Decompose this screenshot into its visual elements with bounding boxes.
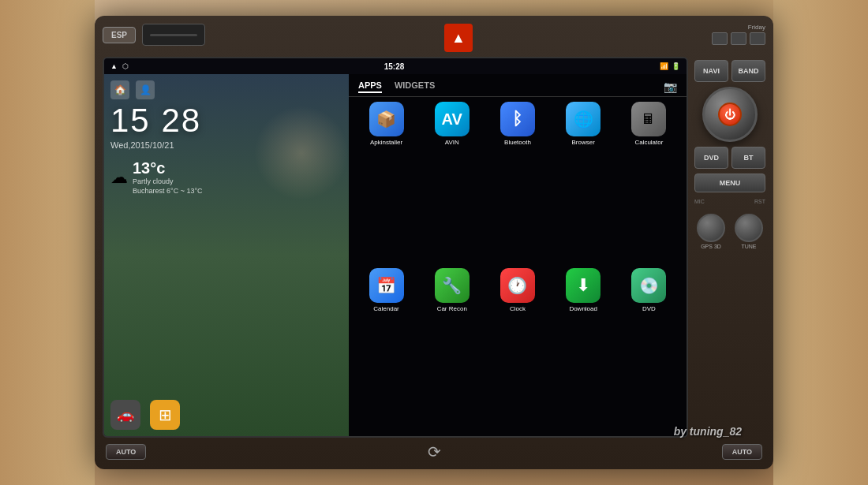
app-grid: 📦 Apkinstaller AV AVIN (349, 97, 687, 436)
app-item-calendar[interactable]: 📅 Calendar (355, 268, 417, 431)
app-item-browser[interactable]: 🌐 Browser (552, 102, 615, 265)
download-icon: ⬇ (566, 268, 600, 303)
tune-knob[interactable] (735, 214, 763, 242)
car-interior: ESP ▲ Friday (0, 0, 868, 485)
small-knobs-row: GPS 3D TUNE (694, 211, 765, 249)
car-right-panel (773, 0, 868, 485)
app-item-apkinstaller[interactable]: 📦 Apkinstaller (355, 102, 417, 265)
weather-description: Partly cloudy Bucharest 6°C ~ 13°C (133, 177, 203, 196)
tab-apps[interactable]: APPS (358, 80, 382, 93)
avin-icon: AV (435, 102, 470, 136)
home-button[interactable]: 🏠 (110, 80, 129, 99)
cd-slot (142, 24, 205, 46)
tune-label: TUNE (741, 244, 756, 249)
bottom-icons-row: 🚗 ⊞ (110, 400, 342, 430)
user-button[interactable]: 👤 (136, 80, 155, 99)
car-left-panel (0, 0, 95, 485)
tab-group: APPS WIDGETS (358, 80, 435, 93)
carrecon-label: Car Recon (437, 305, 467, 313)
home-row: 🏠 👤 (110, 80, 342, 99)
status-time: 15:28 (384, 62, 405, 71)
esp-button[interactable]: ESP (103, 27, 136, 43)
navi-band-buttons: NAVI BAND (694, 60, 765, 82)
signal-icon: ▲ (110, 62, 118, 70)
grid-icon-btn[interactable]: ⊞ (150, 400, 180, 430)
main-knob-container: ⏻ (694, 87, 765, 142)
mic-rst-row: MIC RST (694, 197, 765, 206)
left-weather-panel: 🏠 👤 15 28 Wed,2015/10/21 ☁ 13°c Partly c… (104, 74, 349, 436)
auto-right-button[interactable]: AUTO (722, 444, 762, 460)
dvd-icon: 💿 (631, 268, 666, 303)
gps-knob[interactable] (697, 214, 725, 242)
app-item-dvd[interactable]: 💿 DVD (618, 268, 680, 431)
dvd-label: DVD (642, 305, 656, 313)
app-item-clock[interactable]: 🕐 Clock (486, 268, 548, 431)
screen-content: 🏠 👤 15 28 Wed,2015/10/21 ☁ 13°c Partly c… (104, 74, 687, 436)
app-item-avin[interactable]: AV AVIN (421, 102, 483, 265)
top-btn-3[interactable] (750, 32, 765, 45)
gps-knob-group: GPS 3D (697, 214, 725, 249)
bluetooth-icon: ᛒ (500, 102, 535, 136)
android-screen: ▲ ⬡ 15:28 📶 🔋 🏠 (103, 57, 688, 438)
bt-button[interactable]: BT (731, 147, 765, 169)
bluetooth-status-icon: ⬡ (122, 62, 129, 70)
bluetooth-label: Bluetooth (504, 139, 531, 147)
apkinstaller-label: Apkinstaller (370, 139, 402, 147)
status-bar-left: ▲ ⬡ (110, 62, 129, 70)
center-bottom-icon: ⟳ (428, 442, 441, 461)
steering-icon-btn[interactable]: 🚗 (110, 400, 140, 430)
top-controls: ESP ▲ Friday (103, 24, 765, 52)
browser-label: Browser (572, 139, 595, 147)
calendar-label: Calendar (373, 305, 398, 313)
menu-button-container: MENU (694, 173, 765, 192)
download-label: Download (569, 305, 597, 313)
power-knob[interactable]: ⏻ (718, 103, 742, 126)
top-btn-1[interactable] (712, 32, 728, 45)
top-btn-2[interactable] (731, 32, 746, 45)
cd-slot-line (150, 34, 197, 36)
carrecon-icon: 🔧 (435, 268, 470, 303)
battery-icon: 🔋 (672, 62, 680, 70)
dvd-button[interactable]: DVD (694, 147, 728, 169)
app-item-carrecon[interactable]: 🔧 Car Recon (421, 268, 483, 431)
hazard-icon: ▲ (451, 30, 466, 47)
bg-decoration (254, 106, 349, 200)
dvd-bt-buttons: DVD BT (694, 147, 765, 169)
hazard-button[interactable]: ▲ (444, 24, 473, 52)
calculator-icon: 🖩 (631, 102, 666, 136)
tab-widgets[interactable]: WIDGETS (395, 80, 435, 93)
bottom-row: AUTO ⟳ AUTO (103, 442, 765, 461)
grid-icon: ⊞ (159, 405, 172, 424)
app-item-bluetooth[interactable]: ᛒ Bluetooth (486, 102, 548, 265)
app-tabs: APPS WIDGETS 📷 (349, 74, 687, 97)
clock-icon: 🕐 (500, 268, 535, 303)
top-right-label: Friday (748, 24, 765, 31)
weather-icon: ☁ (110, 167, 128, 188)
calculator-label: Calculator (634, 139, 663, 147)
camera-icon[interactable]: 📷 (664, 80, 677, 93)
main-area: ▲ ⬡ 15:28 📶 🔋 🏠 (103, 57, 765, 438)
rst-label: RST (754, 199, 765, 204)
status-bar: ▲ ⬡ 15:28 📶 🔋 (104, 58, 687, 74)
right-apps-panel: APPS WIDGETS 📷 📦 (349, 74, 687, 436)
app-item-calculator[interactable]: 🖩 Calculator (618, 102, 680, 265)
temperature-display: 13°c (133, 159, 203, 177)
wifi-icon: 📶 (660, 62, 668, 70)
navi-button[interactable]: NAVI (694, 60, 728, 82)
top-right-controls: Friday (712, 24, 765, 45)
apkinstaller-icon: 📦 (369, 102, 404, 136)
main-knob[interactable]: ⏻ (702, 87, 758, 142)
auto-left-button[interactable]: AUTO (106, 444, 146, 460)
app-item-download[interactable]: ⬇ Download (552, 268, 615, 431)
tune-knob-group: TUNE (735, 214, 763, 249)
browser-icon: 🌐 (566, 102, 600, 136)
clock-label: Clock (510, 305, 526, 313)
power-icon: ⏻ (724, 108, 735, 121)
calendar-icon: 📅 (369, 268, 404, 303)
menu-button[interactable]: MENU (694, 173, 765, 192)
band-button[interactable]: BAND (731, 60, 765, 82)
avin-label: AVIN (445, 139, 459, 147)
right-controls-panel: NAVI BAND ⏻ DVD BT MENU (694, 57, 765, 438)
status-bar-right: 📶 🔋 (660, 62, 680, 70)
gps-label: GPS 3D (701, 244, 721, 249)
